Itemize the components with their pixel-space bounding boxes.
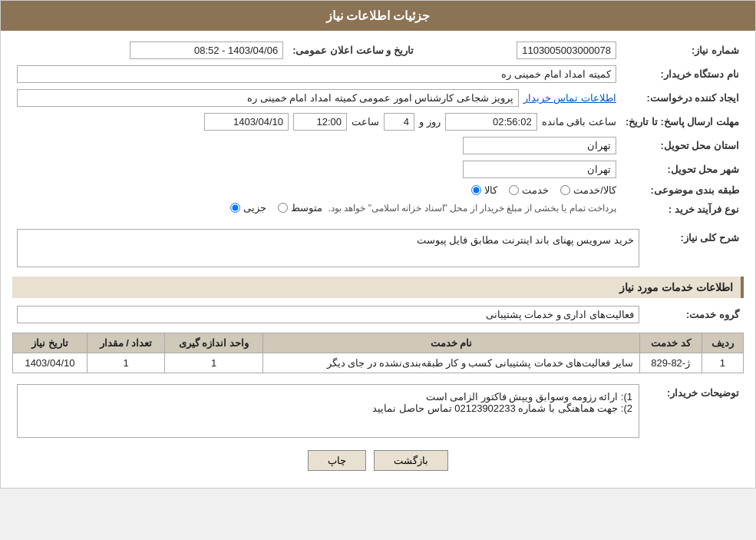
col-date: تاریخ نیاز xyxy=(13,333,87,353)
category-option-service: خدمت xyxy=(509,184,549,196)
service-group-table: گروه خدمت: فعالیت‌های اداری و خدمات پشتی… xyxy=(12,303,744,326)
back-button[interactable]: بازگشت xyxy=(374,450,448,471)
province-label: استان محل تحویل: xyxy=(621,134,744,157)
process-radio-group: متوسط جزیی xyxy=(230,202,322,214)
buyer-org-label: نام دستگاه خریدار: xyxy=(621,62,744,86)
cell-date: 1403/04/10 xyxy=(13,353,87,373)
need-description-table: شرح کلی نیاز: خرید سرویس پهنای باند اینت… xyxy=(12,226,744,270)
table-row: 1 ژ-82-829 سایر فعالیت‌های خدمات پشتیبان… xyxy=(13,353,744,373)
time-label: ساعت xyxy=(352,116,379,128)
col-unit: واحد اندازه گیری xyxy=(165,333,263,353)
requester-value: پرویز شجاعی کارشناس امور عمومی کمیته امد… xyxy=(17,89,519,107)
process-radio-minor[interactable] xyxy=(230,203,240,213)
category-option-goods: کالا xyxy=(471,184,497,196)
cell-row: 1 xyxy=(702,353,743,373)
category-radio-service[interactable] xyxy=(509,185,519,195)
category-goods-label: کالا xyxy=(484,184,497,196)
cell-code: ژ-82-829 xyxy=(639,353,702,373)
category-service-label: خدمت xyxy=(522,184,549,196)
buyer-org-value: کمیته امداد امام خمینی ره xyxy=(17,65,616,83)
deadline-label: مهلت ارسال پاسخ: تا تاریخ: xyxy=(621,110,744,134)
process-note: پرداخت تمام یا بخشی از مبلغ خریدار از مح… xyxy=(328,203,616,214)
category-radio-goods[interactable] xyxy=(471,185,481,195)
page-title: جزئیات اطلاعات نیاز xyxy=(1,1,755,31)
col-row: ردیف xyxy=(702,333,743,353)
date-value: 1403/04/06 - 08:52 xyxy=(12,38,288,62)
col-code: کد خدمت xyxy=(639,333,702,353)
service-group-value-cell: فعالیت‌های اداری و خدمات پشتیبانی xyxy=(12,303,644,326)
days-label: روز و xyxy=(419,116,441,128)
cell-unit: 1 xyxy=(165,353,263,373)
service-group-value: فعالیت‌های اداری و خدمات پشتیبانی xyxy=(17,306,639,323)
category-radio-group: کالا/خدمت خدمت کالا xyxy=(17,184,616,196)
need-description-box: خرید سرویس پهنای باند اینترنت مطابق فایل… xyxy=(17,229,639,267)
time-input: 12:00 xyxy=(293,113,347,131)
process-label: نوع فرآیند خرید : xyxy=(621,199,744,220)
category-radio-goods-services[interactable] xyxy=(560,185,570,195)
cell-quantity: 1 xyxy=(87,353,164,373)
remaining-time-input: 02:56:02 xyxy=(445,113,537,131)
announcement-number-input: 1103005003000078 xyxy=(517,41,616,59)
city-value: تهران xyxy=(463,161,616,178)
process-radio-medium[interactable] xyxy=(278,203,288,213)
bottom-buttons: بازگشت چاپ xyxy=(12,450,744,471)
buyer-notes-box: 1): ارائه رزومه وسوابق ویپش فاکتور الزام… xyxy=(17,384,639,438)
col-name: نام خدمت xyxy=(262,333,639,353)
cell-name: سایر فعالیت‌های خدمات پشتیبانی کسب و کار… xyxy=(262,353,639,373)
remaining-suffix: ساعت باقی مانده xyxy=(542,116,616,128)
service-group-label: گروه خدمت: xyxy=(644,303,744,326)
buyer-notes-table: توضیحات خریدار: 1): ارائه رزومه وسوابق و… xyxy=(12,381,744,441)
process-medium-label: متوسط xyxy=(291,202,322,214)
days-input: 4 xyxy=(384,113,414,131)
need-description-value-cell: خرید سرویس پهنای باند اینترنت مطابق فایل… xyxy=(12,226,644,270)
main-content: شماره نیاز: 1103005003000078 تاریخ و ساع… xyxy=(1,31,755,488)
process-minor-label: جزیی xyxy=(243,202,266,214)
need-description-label: شرح کلی نیاز: xyxy=(644,226,744,270)
buyer-note-1: 1): ارائه رزومه وسوابق ویپش فاکتور الزام… xyxy=(24,391,632,403)
main-info-table: شماره نیاز: 1103005003000078 تاریخ و ساع… xyxy=(12,38,744,220)
buyer-notes-value-cell: 1): ارائه رزومه وسوابق ویپش فاکتور الزام… xyxy=(12,381,644,441)
print-button[interactable]: چاپ xyxy=(308,450,366,471)
category-label: طبقه بندی موضوعی: xyxy=(621,181,744,199)
city-label: شهر محل تحویل: xyxy=(621,157,744,181)
announcement-number-value: 1103005003000078 xyxy=(437,38,621,62)
date-input: 1403/04/06 - 08:52 xyxy=(130,41,283,59)
process-option-medium: متوسط xyxy=(278,202,322,214)
category-option-goods-services: کالا/خدمت xyxy=(560,184,616,196)
requester-label: ایجاد کننده درخواست: xyxy=(621,86,744,110)
category-goods-services-label: کالا/خدمت xyxy=(573,184,616,196)
province-value: تهران xyxy=(463,137,616,154)
services-section-header: اطلاعات خدمات مورد نیاز xyxy=(12,277,744,298)
process-option-minor: جزیی xyxy=(230,202,266,214)
services-table: ردیف کد خدمت نام خدمت واحد اندازه گیری ت… xyxy=(12,333,744,373)
col-quantity: تعداد / مقدار xyxy=(87,333,164,353)
page-wrapper: جزئیات اطلاعات نیاز شماره نیاز: 11030050… xyxy=(0,0,756,489)
requester-contact-link[interactable]: اطلاعات تماس خریدار xyxy=(523,92,616,104)
date-deadline-input: 1403/04/10 xyxy=(204,113,289,131)
date-label: تاریخ و ساعت اعلان عمومی: xyxy=(288,38,437,62)
buyer-note-2: 2): جهت هماهنگی با شماره 02123902233 تما… xyxy=(24,403,632,414)
buyer-notes-label: توضیحات خریدار: xyxy=(644,381,744,441)
announcement-number-label: شماره نیاز: xyxy=(621,38,744,62)
